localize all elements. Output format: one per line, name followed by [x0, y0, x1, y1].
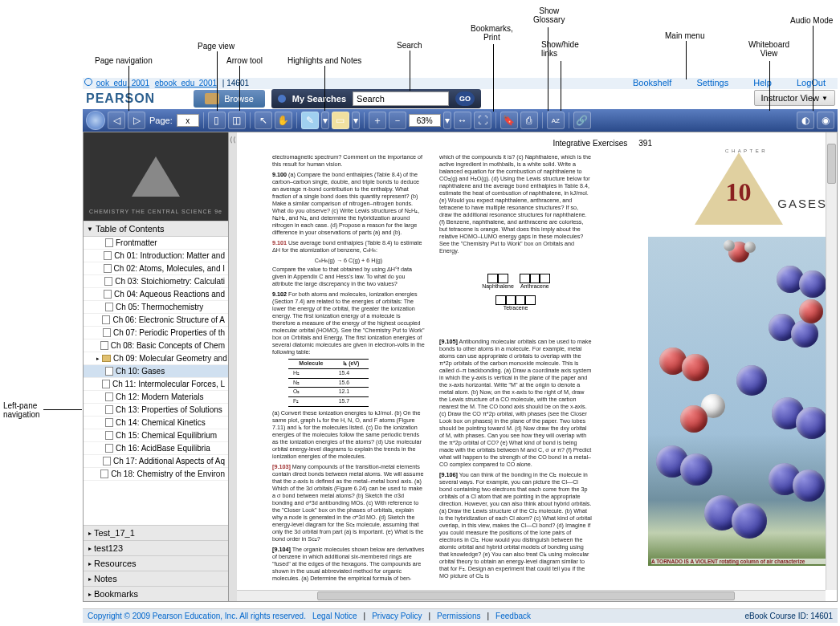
chem-structures: Naphthalene Anthracene Tetracene [447, 274, 584, 311]
book-thumbnail[interactable]: CHEMISTRY THE CENTRAL SCIENCE 9e [84, 132, 228, 221]
section-item[interactable]: ▸test123 [84, 540, 228, 555]
top-links: Bookshelf Settings Help LogOut [622, 78, 837, 87]
zoom-in-button[interactable]: ＋ [369, 112, 386, 129]
annot-links: Show/hide links [541, 40, 579, 58]
splitter[interactable]: ⟨⟨ [229, 132, 237, 601]
highlight-menu[interactable]: ▾ [321, 112, 329, 129]
go-button[interactable]: GO [455, 91, 475, 106]
annot-glossary: Show Glossary [533, 6, 565, 24]
toolbar: ◁ ▷ Page: ▯ ◫ ↖ ✋ ✎ ▾ ▭ ▾ ＋ － ▾ ↔ ⛶ 🔖 ⎙ … [83, 109, 838, 132]
scrollbar-vertical[interactable] [826, 132, 837, 590]
bookmark-button[interactable]: 🔖 [500, 112, 518, 129]
my-searches-label[interactable]: My Searches [292, 94, 346, 104]
home-globe-button[interactable] [86, 111, 105, 130]
footer-privacy[interactable]: Privacy Policy [372, 612, 422, 620]
toc-item[interactable]: Ch 06: Electronic Structure of A [84, 314, 228, 327]
clock-icon [84, 78, 92, 86]
single-page-button[interactable]: ▯ [208, 112, 226, 129]
fit-width-button[interactable]: ↔ [454, 112, 471, 129]
toc-list: FrontmatterCh 01: Introduction: Matter a… [84, 237, 228, 525]
footer-legal[interactable]: Legal Notice [312, 612, 357, 620]
scrollbar-horizontal[interactable] [237, 590, 826, 601]
document-icon [105, 367, 113, 376]
note-menu[interactable]: ▾ [352, 112, 360, 129]
toc-item[interactable]: Ch 11: Intermolecular Forces, L [84, 378, 228, 391]
toc-item[interactable]: Ch 12: Modern Materials [84, 391, 228, 404]
next-page-button[interactable]: ▷ [128, 112, 145, 129]
note-button[interactable]: ▭ [332, 112, 349, 129]
double-page-button[interactable]: ◫ [228, 112, 246, 129]
text-column-1: electromagnetic spectrum? Comment on the… [272, 153, 425, 585]
links-button[interactable]: 🔗 [573, 112, 591, 129]
document-icon [104, 251, 112, 260]
annot-audio: Audio Mode [790, 16, 833, 25]
page-input[interactable] [177, 114, 199, 127]
chapter-number: 10 [726, 177, 752, 207]
document-icon [103, 457, 111, 465]
toc-item[interactable]: Ch 03: Stoichiometry: Calculati [84, 275, 228, 288]
toc-item[interactable]: Ch 15: Chemical Equilibrium [84, 429, 228, 442]
section-item[interactable]: ▸Test_17_1 [84, 525, 228, 540]
link-logout[interactable]: LogOut [797, 78, 826, 87]
breadcrumb-link2[interactable]: ebook_edu_2001 [155, 79, 217, 87]
zoom-out-button[interactable]: － [389, 112, 406, 129]
annot-whiteboard: Whiteboard View [748, 40, 789, 58]
section-item[interactable]: ▸Notes [84, 571, 228, 586]
toc-item[interactable]: Ch 01: Introduction: Matter and [84, 250, 228, 262]
document-icon [103, 328, 111, 337]
main-area: CHEMISTRY THE CENTRAL SCIENCE 9e ▼ Table… [83, 132, 838, 602]
toc-item[interactable]: Ch 13: Properties of Solutions [84, 404, 228, 417]
toc-item[interactable]: Frontmatter [84, 237, 228, 250]
breadcrumb-link1[interactable]: ook_edu_2001 [96, 79, 149, 87]
prev-page-button[interactable]: ◁ [108, 112, 125, 129]
annot-main-menu: Main menu [665, 31, 704, 40]
toc-item[interactable]: Ch 04: Aqueous Reactions and [84, 288, 228, 301]
toc-item[interactable]: Ch 07: Periodic Properties of th [84, 327, 228, 339]
glossary-button[interactable]: AZ [547, 112, 565, 129]
link-settings[interactable]: Settings [696, 78, 728, 87]
footer-permissions[interactable]: Permissions [437, 612, 480, 620]
search-input[interactable] [353, 91, 449, 106]
chapter-illustration: C H A P T E R 10 GASES [648, 140, 829, 590]
annot-search: Search [397, 41, 422, 50]
toc-item[interactable]: Ch 05: Thermochemistry [84, 301, 228, 314]
toc-item[interactable]: Ch 02: Atoms, Molecules, and I [84, 262, 228, 275]
audio-button[interactable]: ◉ [817, 112, 834, 129]
instructor-view-button[interactable]: Instructor View ▼ [754, 90, 835, 106]
toc-item[interactable]: Ch 17: Additional Aspects of Aq [84, 455, 228, 468]
link-bookshelf[interactable]: Bookshelf [633, 78, 671, 87]
document-icon [105, 431, 113, 440]
document-icon [100, 341, 108, 350]
toc-item[interactable]: Ch 10: Gases [84, 365, 228, 378]
toc-header[interactable]: ▼ Table of Contents [84, 221, 228, 237]
annot-page-view: Page view [198, 42, 234, 51]
document-icon [104, 264, 112, 273]
searches-bar: My Searches GO [271, 89, 481, 108]
sky-illustration: A TORNADO IS A VIOLENT rotating column o… [648, 237, 829, 566]
toc-item[interactable]: Ch 08: Basic Concepts of Chem [84, 339, 228, 352]
tornado-caption: A TORNADO IS A VIOLENT rotating column o… [651, 559, 826, 564]
zoom-menu[interactable]: ▾ [443, 112, 451, 129]
toc-item[interactable]: Ch 16: AcidBase Equilibria [84, 442, 228, 455]
arrow-tool-button[interactable]: ↖ [255, 112, 272, 129]
section-item[interactable]: ▸Resources [84, 555, 228, 571]
breadcrumb-current: 14601 [226, 79, 249, 87]
hand-tool-button[interactable]: ✋ [275, 112, 292, 129]
fit-page-button[interactable]: ⛶ [474, 112, 491, 129]
grip-icon: ⟨⟨ [230, 136, 236, 144]
search-dot-icon [278, 95, 286, 103]
browse-button[interactable]: Browse [194, 90, 265, 108]
folder-icon [102, 355, 111, 362]
print-button[interactable]: ⎙ [520, 112, 538, 129]
footer-feedback[interactable]: Feedback [495, 612, 531, 620]
toc-item[interactable]: ▸Ch 09: Molecular Geometry and [84, 352, 228, 365]
annot-bookmarks: Bookmarks, Print [471, 24, 513, 42]
whiteboard-button[interactable]: ◐ [797, 112, 814, 129]
toc-item[interactable]: Ch 14: Chemical Kinetics [84, 417, 228, 429]
section-item[interactable]: ▸Bookmarks [84, 586, 228, 601]
chevron-down-icon: ▼ [822, 95, 828, 102]
annot-page-nav: Page navigation [95, 56, 153, 65]
zoom-input[interactable] [409, 114, 441, 127]
toc-item[interactable]: Ch 18: Chemistry of the Environ [84, 468, 228, 481]
highlight-button[interactable]: ✎ [301, 112, 319, 129]
